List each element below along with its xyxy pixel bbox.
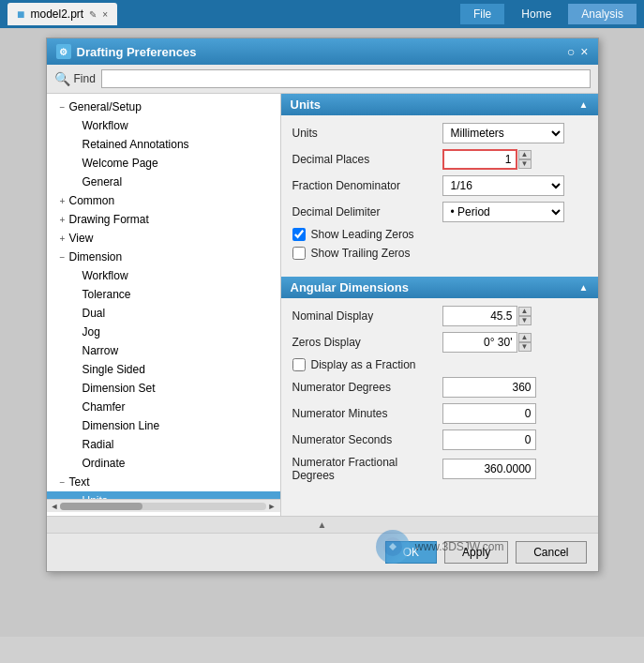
tree-label-jog: Jog bbox=[82, 325, 100, 339]
show-leading-zeros-checkbox[interactable] bbox=[292, 228, 306, 241]
show-trailing-zeros-checkbox[interactable] bbox=[292, 247, 306, 260]
nominal-display-input[interactable] bbox=[442, 306, 517, 326]
numerator-degrees-row: Numerator Degrees bbox=[292, 377, 587, 398]
tab-close-button[interactable]: × bbox=[102, 9, 108, 20]
tree-item-dimension-line[interactable]: Dimension Line bbox=[47, 416, 280, 435]
tree-item-general-setup[interactable]: − General/Setup bbox=[47, 98, 280, 116]
tree-item-workflow-2[interactable]: Workflow bbox=[47, 266, 280, 285]
cancel-button[interactable]: Cancel bbox=[516, 541, 586, 564]
tree-item-chamfer[interactable]: Chamfer bbox=[47, 398, 280, 416]
tree-item-single-sided[interactable]: Single Sided bbox=[47, 360, 280, 379]
zeros-display-input[interactable] bbox=[442, 332, 517, 353]
display-as-fraction-checkbox[interactable] bbox=[292, 358, 306, 371]
angular-section-chevron[interactable]: ▲ bbox=[579, 282, 589, 293]
tree-label-dimension: Dimension bbox=[69, 250, 123, 264]
tree-label-dual: Dual bbox=[82, 307, 106, 320]
tree-item-ordinate[interactable]: Ordinate bbox=[47, 454, 280, 473]
dialog-title-area: ⚙ Drafting Preferences bbox=[56, 44, 197, 59]
search-label-text: Find bbox=[74, 72, 96, 85]
tree-item-text[interactable]: − Text bbox=[47, 473, 280, 491]
units-select[interactable]: Millimeters Inches Centimeters Feet bbox=[442, 123, 564, 143]
tree-item-welcome-page[interactable]: Welcome Page bbox=[47, 154, 280, 173]
tree-label-tolerance: Tolerance bbox=[82, 288, 131, 301]
tree-item-view[interactable]: + View bbox=[47, 229, 280, 248]
hscroll-track bbox=[60, 503, 265, 510]
units-form-area: Units Millimeters Inches Centimeters Fee… bbox=[281, 115, 598, 273]
tree-item-units[interactable]: Units bbox=[47, 491, 280, 499]
dialog-close-button[interactable]: × bbox=[580, 44, 588, 59]
tree-label-workflow-1: Workflow bbox=[82, 119, 128, 132]
dialog-minimize-button[interactable]: ○ bbox=[567, 44, 575, 59]
angular-section-title: Angular Dimensions bbox=[291, 280, 409, 294]
units-section-header: Units ▲ bbox=[281, 94, 598, 115]
collapse-arrow[interactable]: ▲ bbox=[47, 516, 598, 533]
zeros-display-down-arrow[interactable]: ▼ bbox=[518, 342, 532, 352]
home-button[interactable]: Home bbox=[508, 4, 564, 24]
numerator-degrees-input[interactable] bbox=[442, 377, 536, 398]
show-trailing-zeros-label: Show Trailing Zeros bbox=[311, 247, 411, 260]
tree-item-retained-annotations[interactable]: Retained Annotations bbox=[47, 135, 280, 154]
tree-item-drawing-format[interactable]: + Drawing Format bbox=[47, 210, 280, 229]
decimal-places-spinner: ▲ ▼ bbox=[442, 149, 532, 170]
nominal-display-up-arrow[interactable]: ▲ bbox=[518, 307, 532, 316]
numerator-fractional-control bbox=[442, 459, 587, 479]
hscroll-left-arrow[interactable]: ◄ bbox=[51, 502, 59, 511]
model-tab[interactable]: ■ model2.prt ✎ × bbox=[7, 3, 117, 25]
search-input[interactable] bbox=[101, 69, 591, 88]
nominal-display-row: Nominal Display ▲ ▼ bbox=[292, 306, 587, 326]
dialog-icon: ⚙ bbox=[56, 44, 71, 59]
tree-label-common: Common bbox=[69, 194, 115, 207]
units-field-label: Units bbox=[292, 127, 442, 140]
angular-section: Angular Dimensions ▲ Nominal Display bbox=[281, 277, 598, 495]
display-as-fraction-label: Display as a Fraction bbox=[311, 358, 416, 371]
zeros-display-control: ▲ ▼ bbox=[442, 332, 587, 353]
decimal-places-input[interactable] bbox=[442, 149, 517, 170]
fraction-denom-control: 1/16 1/32 1/64 bbox=[442, 175, 587, 196]
decimal-places-row: Decimal Places ▲ ▼ bbox=[292, 149, 587, 170]
dialog-controls: ○ × bbox=[567, 44, 589, 59]
decimal-places-down-arrow[interactable]: ▼ bbox=[518, 159, 532, 169]
tree-label-general: General bbox=[82, 175, 123, 188]
numerator-minutes-input[interactable] bbox=[442, 403, 536, 424]
hscroll-right-arrow[interactable]: ► bbox=[268, 502, 277, 511]
tree-expand-general-setup: − bbox=[56, 102, 69, 113]
zeros-display-up-arrow[interactable]: ▲ bbox=[518, 333, 532, 342]
tree-item-dual[interactable]: Dual bbox=[47, 304, 280, 323]
tree-item-dimension-set[interactable]: Dimension Set bbox=[47, 379, 280, 398]
dialog-footer: www.3DSJW.com OK Apply Cancel bbox=[47, 533, 598, 571]
numerator-seconds-input[interactable] bbox=[442, 429, 536, 450]
tree-item-workflow-1[interactable]: Workflow bbox=[47, 116, 280, 135]
decimal-delimiter-control: • Period • Comma bbox=[442, 202, 587, 222]
decimal-delimiter-row: Decimal Delimiter • Period • Comma bbox=[292, 202, 587, 222]
decimal-places-up-arrow[interactable]: ▲ bbox=[518, 150, 532, 159]
nominal-display-down-arrow[interactable]: ▼ bbox=[518, 316, 532, 325]
numerator-fractional-input[interactable] bbox=[442, 459, 536, 479]
analysis-button[interactable]: Analysis bbox=[568, 4, 637, 24]
file-button[interactable]: File bbox=[460, 4, 504, 24]
tree-item-tolerance[interactable]: Tolerance bbox=[47, 285, 280, 304]
decimal-delimiter-select[interactable]: • Period • Comma bbox=[442, 202, 564, 222]
tree-item-general[interactable]: General bbox=[47, 173, 280, 191]
tree-label-general-setup: General/Setup bbox=[69, 100, 142, 113]
search-label-area: 🔍 Find bbox=[54, 71, 96, 86]
tree-item-narrow[interactable]: Narrow bbox=[47, 341, 280, 360]
decimal-places-spin-arrows: ▲ ▼ bbox=[518, 150, 532, 169]
nominal-display-control: ▲ ▼ bbox=[442, 306, 587, 326]
tab-edit-icon[interactable]: ✎ bbox=[89, 9, 97, 20]
watermark-svg bbox=[382, 535, 404, 558]
units-section-chevron[interactable]: ▲ bbox=[579, 99, 589, 110]
dialog-titlebar: ⚙ Drafting Preferences ○ × bbox=[47, 38, 598, 65]
units-control: Millimeters Inches Centimeters Feet bbox=[442, 123, 587, 143]
tree-item-jog[interactable]: Jog bbox=[47, 323, 280, 341]
watermark-text: www.3DSJW.com bbox=[415, 540, 504, 553]
tree-label-retained-annotations: Retained Annotations bbox=[82, 138, 189, 151]
tab-label: model2.prt bbox=[30, 8, 83, 21]
fraction-denom-select[interactable]: 1/16 1/32 1/64 bbox=[442, 175, 564, 196]
hscroll-thumb[interactable] bbox=[60, 503, 142, 510]
tree-label-view: View bbox=[69, 232, 94, 245]
tree-item-common[interactable]: + Common bbox=[47, 191, 280, 210]
search-bar: 🔍 Find bbox=[47, 65, 598, 94]
tree-item-radial[interactable]: Radial bbox=[47, 435, 280, 454]
zeros-display-spin-arrows: ▲ ▼ bbox=[518, 333, 532, 352]
tree-item-dimension[interactable]: − Dimension bbox=[47, 248, 280, 266]
